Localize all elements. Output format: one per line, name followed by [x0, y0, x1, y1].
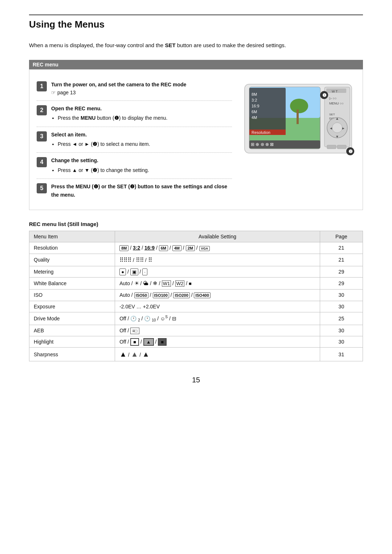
- cell-page-wb: 29: [320, 277, 363, 289]
- steps-column: 1 Turn the power on, and set the camera …: [37, 77, 232, 202]
- cell-item-sharpness: Sharpness: [29, 348, 115, 361]
- svg-point-23: [332, 123, 342, 133]
- step-num-2: 2: [37, 105, 47, 115]
- res-vga: VGA: [199, 246, 210, 251]
- wb-sun: ☀: [134, 280, 139, 286]
- svg-text:MENU  ○○: MENU ○○: [329, 102, 344, 105]
- cell-item-drive: Drive Mode: [29, 312, 115, 325]
- step-3-bullet-1: Press ◄ or ► (❷) to select a menu item.: [58, 140, 232, 148]
- cell-item-aeb: AEB: [29, 325, 115, 336]
- svg-text:▼: ▼: [335, 135, 339, 139]
- menu-table: Menu Item Available Setting Page Resolut…: [29, 231, 363, 361]
- camera-image-column: 8M 3:2 16:9 6M 4M Resolution ⊞ ⊕ ⊛ ⊗ ⊠ W: [243, 77, 355, 160]
- table-row: ISO Auto / ISO50 / ISO100 / ISO200 / ISO…: [29, 289, 363, 301]
- table-section: REC menu list (Still Image) Menu Item Av…: [29, 221, 363, 361]
- cell-setting-quality: ⠿⠿⠿ / ⠿⠿ / ⠿: [115, 254, 320, 266]
- svg-text:▷  ○○: ▷ ○○: [329, 97, 336, 100]
- res-32: 3:2: [133, 245, 140, 251]
- wb-manual: ■: [189, 281, 192, 286]
- page-title: Using the Menus: [29, 15, 363, 32]
- svg-point-3: [290, 99, 308, 113]
- metering-center: ▣: [130, 268, 138, 275]
- step-3: 3 Select an item. Press ◄ or ► (❷) to se…: [37, 127, 232, 153]
- cell-item-metering: Metering: [29, 266, 115, 277]
- svg-text:⊞ ⊕ ⊛ ⊗ ⊠: ⊞ ⊕ ⊛ ⊗ ⊠: [251, 142, 274, 147]
- cell-setting-highlight: Off / ■ / ▲ / ■: [115, 336, 320, 348]
- cell-page-metering: 29: [320, 266, 363, 277]
- table-row: Quality ⠿⠿⠿ / ⠿⠿ / ⠿ 21: [29, 254, 363, 266]
- cell-item-highlight: Highlight: [29, 336, 115, 348]
- table-row: Sharpness ▲ / ▲ / ▲ 31: [29, 348, 363, 361]
- step-1-heading: Turn the power on, and set the camera to…: [51, 82, 186, 87]
- table-row: Highlight Off / ■ / ▲ / ■ 30: [29, 336, 363, 348]
- res-6m: 6M: [159, 245, 168, 251]
- step-2-heading: Open the REC menu.: [51, 106, 102, 111]
- cell-item-iso: ISO: [29, 289, 115, 301]
- cell-setting-iso: Auto / ISO50 / ISO100 / ISO200 / ISO400: [115, 289, 320, 301]
- cell-setting-wb: Auto / ☀ / 🌥 / ❄ / W1 / W2 / ■: [115, 277, 320, 289]
- step-4-content: Change the setting. Press ▲ or ▼ (❷) to …: [51, 156, 232, 175]
- metering-spot: ·: [142, 268, 147, 275]
- svg-text:❶: ❶: [322, 93, 327, 98]
- rec-menu-header: REC menu: [29, 60, 363, 69]
- sharp-soft: ▲: [119, 350, 127, 358]
- page-number: 15: [29, 376, 363, 384]
- wb-incand: ❄: [153, 280, 158, 286]
- drive-self2: 🕐: [130, 316, 136, 321]
- cell-item-exposure: Exposure: [29, 301, 115, 312]
- wb-fluor2: W2: [175, 280, 185, 287]
- step-5: 5 Press the MENU (❶) or the SET (❷) butt…: [37, 179, 232, 202]
- iso-200: ISO200: [173, 292, 189, 298]
- svg-text:16:9: 16:9: [252, 104, 259, 108]
- svg-text:W  T: W T: [332, 90, 338, 93]
- camera-body-svg: 8M 3:2 16:9 6M 4M Resolution ⊞ ⊕ ⊛ ⊗ ⊠ W: [243, 77, 355, 160]
- step-1-content: Turn the power on, and set the camera to…: [51, 81, 232, 97]
- cell-setting-exposure: -2.0EV … +2.0EV: [115, 301, 320, 312]
- svg-rect-29: [337, 145, 346, 149]
- quality-best: ⠿⠿⠿: [119, 257, 131, 263]
- table-row: Resolution 8M / 3:2 / 16:9 / 6M / 4M / 2…: [29, 242, 363, 254]
- cell-setting-metering: ● / ▣ / ·: [115, 266, 320, 277]
- res-2m: 2M: [186, 245, 195, 251]
- svg-text:8M: 8M: [252, 92, 257, 97]
- iso-400: ISO400: [194, 292, 210, 298]
- intro-text: When a menu is displayed, the four-way c…: [29, 41, 363, 50]
- sharp-normal: ▲: [131, 350, 138, 358]
- quality-good: ⠿: [148, 257, 152, 263]
- step-3-heading: Select an item.: [51, 132, 87, 138]
- camera-illustration: 8M 3:2 16:9 6M 4M Resolution ⊞ ⊕ ⊛ ⊗ ⊠ W: [243, 77, 355, 160]
- svg-text:▲: ▲: [335, 116, 339, 120]
- svg-text:6M: 6M: [252, 110, 257, 114]
- step-num-1: 1: [37, 81, 47, 91]
- cell-setting-resolution: 8M / 3:2 / 16:9 / 6M / 4M / 2M / VGA: [115, 242, 320, 254]
- iso-100: ISO100: [153, 292, 169, 298]
- step-2: 2 Open the REC menu. Press the MENU butt…: [37, 101, 232, 127]
- cell-page-quality: 21: [320, 254, 363, 266]
- svg-text:SET: SET: [329, 113, 335, 116]
- cell-item-wb: White Balance: [29, 277, 115, 289]
- wb-fluor1: W1: [162, 280, 171, 287]
- highlight-3: ■: [158, 338, 167, 346]
- svg-text:◄: ◄: [329, 126, 333, 130]
- cell-setting-drive: Off / 🕐 2 / 🕐 10 / ☺S / ⊟: [115, 312, 320, 325]
- col-header-page: Page: [320, 231, 363, 242]
- wb-cloud: 🌥: [143, 280, 148, 286]
- rec-menu-box: 1 Turn the power on, and set the camera …: [29, 69, 363, 210]
- step-2-content: Open the REC menu. Press the MENU button…: [51, 104, 232, 123]
- step-5-content: Press the MENU (❶) or the SET (❷) button…: [51, 182, 232, 199]
- step-num-4: 4: [37, 157, 47, 167]
- steps-and-image: 1 Turn the power on, and set the camera …: [37, 77, 355, 202]
- step-4: 4 Change the setting. Press ▲ or ▼ (❷) t…: [37, 153, 232, 179]
- res-169: 16:9: [144, 245, 155, 251]
- drive-self10: 🕐: [144, 316, 150, 321]
- cell-page-highlight: 30: [320, 336, 363, 348]
- step-5-heading: Press the MENU (❶) or the SET (❷) button…: [51, 184, 227, 197]
- drive-smile: ☺: [160, 316, 165, 321]
- table-row: Drive Mode Off / 🕐 2 / 🕐 10 / ☺S / ⊟ 25: [29, 312, 363, 325]
- cell-page-resolution: 21: [320, 242, 363, 254]
- table-row: White Balance Auto / ☀ / 🌥 / ❄ / W1 / W2…: [29, 277, 363, 289]
- table-row: Metering ● / ▣ / · 29: [29, 266, 363, 277]
- cell-page-exposure: 30: [320, 301, 363, 312]
- cell-page-drive: 25: [320, 312, 363, 325]
- metering-multi: ●: [119, 268, 126, 275]
